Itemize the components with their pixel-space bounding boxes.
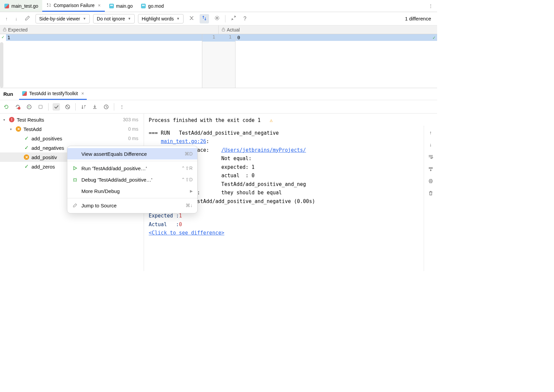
rerun-failed-icon[interactable] (14, 103, 21, 111)
show-passed-icon[interactable] (53, 103, 60, 111)
chevron-down-icon: ▾ (10, 127, 15, 131)
menu-run[interactable]: Run 'TestAdd/add_positive…' ⌃⇧R (67, 162, 197, 174)
tree-test-row[interactable]: ✓ add_positives 0 ms (0, 134, 144, 143)
dropdown-label: Highlight words (142, 16, 174, 21)
svg-rect-1 (3, 29, 6, 31)
run-toolbar: ⋮ (0, 100, 437, 114)
import-icon[interactable] (91, 103, 98, 111)
menu-separator (67, 198, 197, 198)
fail-icon: ✕ (15, 126, 21, 132)
run-tabs: Run TestAdd in testifyToolkit × (0, 88, 437, 100)
tree-time: 0 ms (128, 136, 144, 141)
rerun-icon[interactable] (3, 103, 10, 111)
edit-icon (72, 203, 78, 208)
menu-label: Debug 'TestAdd/add_positive…' (81, 177, 178, 183)
show-ignored-icon[interactable] (64, 103, 71, 111)
next-diff-icon[interactable]: ↓ (13, 15, 19, 23)
tab-main-test-go[interactable]: main_test.go (0, 0, 42, 12)
warning-icon: ⚠ (270, 117, 273, 123)
diff-icon (46, 3, 52, 8)
diff-toolbar: ↑ ↓ Side-by-side viewer ▼ Do not ignore … (0, 12, 437, 25)
settings-icon[interactable] (212, 14, 222, 23)
menu-shortcut: ⌃⇧R (181, 166, 193, 171)
tabs-more-icon[interactable]: ⋮ (424, 3, 437, 9)
menu-jump-to-source[interactable]: Jump to Source ⌘↓ (67, 200, 197, 211)
diff-left-pane[interactable]: ✓ 1 (0, 34, 202, 88)
toggle-autotest-icon[interactable] (25, 103, 33, 111)
viewer-mode-dropdown[interactable]: Side-by-side viewer ▼ (36, 14, 90, 23)
print-icon[interactable] (427, 177, 434, 185)
menu-label: More Run/Debug (81, 188, 187, 194)
diff-header: Expected Actual (0, 25, 437, 34)
source-link[interactable]: main_test.go:26 (161, 138, 206, 144)
chevron-down-icon: ▼ (177, 17, 180, 20)
svg-point-0 (216, 17, 218, 19)
path-link[interactable]: /Users/jetbrains/myProjects/ (221, 147, 306, 153)
line-number: 1 (219, 34, 235, 42)
editor-tabs: main_test.go Comparison Failure × main.g… (0, 0, 437, 12)
scroll-to-end-icon[interactable] (427, 165, 434, 173)
menu-shortcut: ⌘↓ (186, 203, 193, 208)
error-icon: ! (9, 117, 15, 123)
down-icon[interactable]: ↓ (427, 141, 434, 148)
run-tab-label: Run (3, 91, 13, 97)
run-icon (72, 166, 78, 171)
diff-header-expected: Expected (0, 25, 218, 34)
menu-shortcut: ⌘D (185, 151, 193, 156)
sync-scroll-icon[interactable] (200, 14, 209, 23)
run-body: ▾ ! Test Results 303 ms ▾ ✕ TestAdd 0 ms… (0, 114, 437, 271)
close-icon[interactable]: × (98, 3, 100, 8)
check-icon: ✓ (433, 35, 435, 40)
menu-debug[interactable]: Debug 'TestAdd/add_positive…' ⌃⇧D (67, 174, 197, 185)
close-icon[interactable]: × (81, 91, 84, 96)
tab-comparison-failure[interactable]: Comparison Failure × (42, 0, 105, 12)
tab-main-go[interactable]: main.go (105, 0, 137, 12)
menu-view-assertequals[interactable]: View assertEquals Difference ⌘D (67, 148, 197, 159)
menu-label: Run 'TestAdd/add_positive…' (81, 166, 178, 171)
diff-actual-value: 0 (237, 35, 240, 40)
fail-icon: ✕ (23, 154, 29, 160)
see-difference-link[interactable]: <Click to see difference> (149, 230, 224, 236)
menu-label: View assertEquals Difference (81, 151, 181, 157)
diff-splitter: 1 1 (202, 34, 235, 88)
menu-separator (67, 161, 197, 161)
collapse-unchanged-icon[interactable] (187, 14, 196, 23)
tree-time: 0 ms (128, 126, 144, 132)
menu-shortcut: ⌃⇧D (181, 177, 193, 182)
tree-testadd-row[interactable]: ▾ ✕ TestAdd 0 ms (0, 124, 144, 134)
diff-content: ✓ 1 1 1 0 ✓ (0, 34, 437, 88)
output-text: 0 (179, 221, 182, 227)
run-config-name: TestAdd in testifyToolkit (29, 91, 78, 96)
output-toolbar: ↑ ↓ (424, 126, 437, 271)
svg-rect-4 (39, 105, 42, 109)
prev-diff-icon[interactable]: ↑ (3, 15, 10, 23)
output-text: 1 (179, 213, 182, 219)
context-menu: View assertEquals Difference ⌘D Run 'Tes… (67, 146, 198, 213)
expected-label: Expected (8, 27, 27, 32)
highlight-mode-dropdown[interactable]: Highlight words ▼ (138, 14, 184, 23)
pass-icon: ✓ (23, 145, 29, 151)
sort-icon[interactable] (80, 103, 87, 111)
run-panel: Run TestAdd in testifyToolkit × ⋮ ▾ ! Te… (0, 88, 437, 271)
up-icon[interactable]: ↑ (427, 129, 434, 136)
tree-root-row[interactable]: ▾ ! Test Results 303 ms (0, 115, 144, 124)
tab-go-mod[interactable]: go.mod (137, 0, 168, 12)
dropdown-label: Do not ignore (97, 16, 125, 21)
svg-point-10 (74, 179, 76, 181)
diff-right-pane[interactable]: 0 ✓ (235, 34, 437, 88)
tab-label: main_test.go (11, 3, 38, 9)
pass-icon: ✓ (23, 135, 29, 141)
history-icon[interactable] (102, 103, 110, 111)
help-icon[interactable]: ? (241, 14, 249, 23)
clear-icon[interactable] (427, 189, 434, 197)
soft-wrap-icon[interactable] (427, 153, 434, 160)
edit-icon[interactable] (23, 14, 32, 23)
ignore-mode-dropdown[interactable]: Do not ignore ▼ (93, 14, 135, 23)
chevron-down-icon: ▼ (128, 17, 131, 20)
stop-icon[interactable] (37, 103, 44, 111)
menu-more-run-debug[interactable]: More Run/Debug ▶ (67, 185, 197, 197)
more-icon[interactable]: ⋮ (118, 103, 126, 111)
pass-icon: ✓ (23, 164, 29, 170)
tools-icon[interactable] (229, 14, 238, 23)
run-config-tab[interactable]: TestAdd in testifyToolkit × (19, 88, 87, 100)
